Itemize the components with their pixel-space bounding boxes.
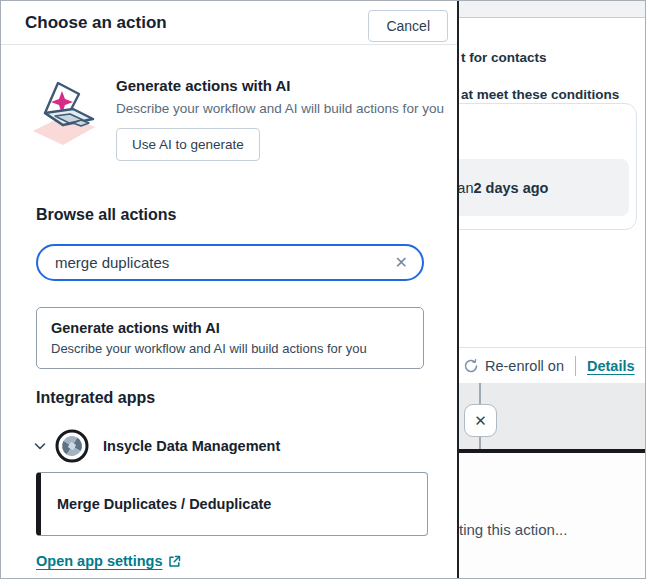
panel-footer: Re-enroll on Details: [459, 347, 645, 383]
condition-value: 2 days ago: [474, 180, 549, 196]
ai-laptop-icon: [25, 73, 99, 153]
action-status-text: ting this action...: [459, 521, 567, 538]
integrated-apps-heading: Integrated apps: [36, 389, 155, 407]
app-group-insycle[interactable]: Insycle Data Management: [33, 428, 280, 464]
panel-header: Choose an action Cancel: [1, 1, 457, 45]
enrollment-settings-panel: t for contacts at meet these conditions …: [459, 18, 645, 383]
open-app-settings-link[interactable]: Open app settings: [36, 553, 181, 569]
external-link-icon: [168, 555, 181, 568]
ai-hero-description: Describe your workflow and AI will build…: [116, 101, 444, 116]
open-app-settings-label: Open app settings: [36, 553, 163, 569]
browse-actions-heading: Browse all actions: [36, 206, 177, 224]
close-icon: ✕: [474, 412, 487, 430]
generate-ai-card-title: Generate actions with AI: [51, 320, 409, 336]
enrollment-heading: t for contacts: [461, 50, 547, 65]
cancel-button[interactable]: Cancel: [368, 10, 448, 42]
use-ai-button[interactable]: Use AI to generate: [116, 128, 260, 161]
choose-action-panel: Choose an action Cancel Generate actions…: [1, 1, 459, 578]
insycle-logo: [55, 429, 89, 463]
generate-ai-card-description: Describe your workflow and AI will build…: [51, 341, 409, 356]
search-clear-icon[interactable]: ✕: [395, 255, 408, 271]
details-link[interactable]: Details: [587, 358, 635, 374]
action-merge-duplicates[interactable]: Merge Duplicates / Deduplicate: [36, 472, 428, 536]
workflow-background: t for contacts at meet these conditions …: [459, 1, 645, 578]
conditions-heading: at meet these conditions: [461, 87, 619, 102]
reenroll-icon: [463, 358, 479, 374]
reenroll-label: Re-enroll on: [485, 358, 564, 374]
app-group-name: Insycle Data Management: [103, 438, 280, 454]
action-search-input[interactable]: [55, 254, 395, 271]
action-search-field: ✕: [36, 244, 424, 281]
chevron-down-icon[interactable]: [33, 439, 47, 453]
ai-hero-title: Generate actions with AI: [116, 77, 291, 94]
enrollment-criteria-card: s than 2 days ago: [435, 103, 637, 230]
generate-ai-card[interactable]: Generate actions with AI Describe your w…: [36, 307, 424, 369]
footer-divider: [575, 356, 576, 376]
canvas-lower-area: ting this action...: [459, 453, 645, 578]
close-branch-button[interactable]: ✕: [464, 404, 497, 437]
panel-title: Choose an action: [25, 13, 167, 33]
background-top-strip: [459, 1, 645, 18]
action-merge-duplicates-label: Merge Duplicates / Deduplicate: [57, 496, 271, 512]
workflow-canvas: ✕: [459, 383, 645, 453]
screen: t for contacts at meet these conditions …: [0, 0, 646, 579]
